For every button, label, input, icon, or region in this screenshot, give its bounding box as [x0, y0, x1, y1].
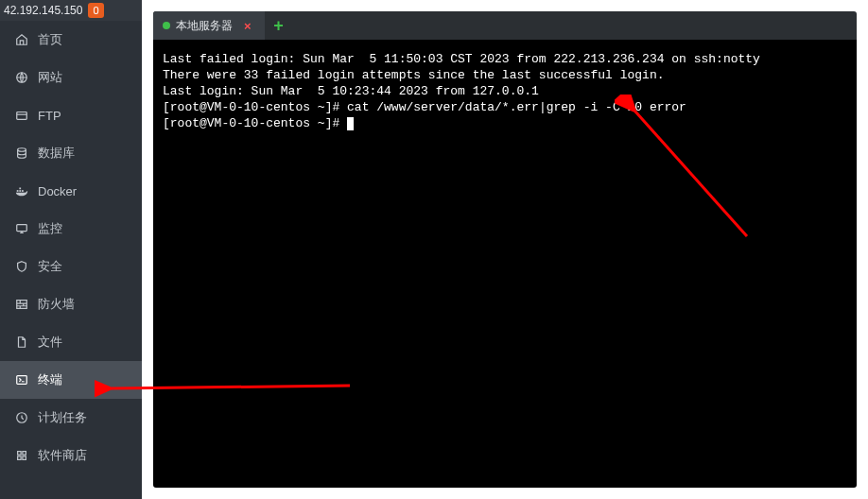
globe-icon: [15, 71, 28, 84]
sidebar-item-security[interactable]: 安全: [0, 248, 142, 285]
sidebar-item-terminal[interactable]: 终端: [0, 361, 142, 399]
sidebar-item-label: 软件商店: [38, 447, 87, 464]
sidebar-item-label: 首页: [38, 31, 62, 48]
store-icon: [15, 449, 28, 462]
svg-rect-8: [17, 301, 27, 309]
sidebar-item-database[interactable]: 数据库: [0, 134, 142, 172]
svg-rect-9: [17, 376, 27, 385]
terminal-prompt: [root@VM-0-10-centos ~]#: [163, 116, 347, 130]
sidebar-item-label: 网站: [38, 69, 62, 86]
sidebar-item-label: 终端: [38, 371, 62, 388]
ftp-icon: [15, 109, 28, 122]
close-icon[interactable]: ×: [244, 20, 252, 32]
sidebar-item-cron[interactable]: 计划任务: [0, 399, 142, 437]
svg-rect-13: [18, 456, 22, 460]
terminal-output[interactable]: Last failed login: Sun Mar 5 11:50:03 CS…: [153, 40, 857, 488]
terminal-cursor: [347, 117, 354, 130]
database-icon: [15, 146, 28, 160]
sidebar-item-label: 计划任务: [38, 409, 87, 426]
sidebar-item-store[interactable]: 软件商店: [0, 437, 142, 474]
sidebar-item-label: 监控: [38, 220, 62, 237]
svg-rect-6: [19, 188, 21, 190]
sidebar-item-docker[interactable]: Docker: [0, 172, 142, 210]
status-dot-icon: [163, 22, 170, 29]
terminal-icon: [15, 373, 28, 387]
alert-badge[interactable]: 0: [88, 3, 103, 18]
docker-icon: [15, 184, 28, 198]
add-tab-button[interactable]: +: [265, 11, 293, 40]
firewall-icon: [15, 298, 28, 311]
svg-rect-5: [22, 190, 24, 192]
monitor-icon: [15, 222, 28, 235]
server-ip: 42.192.145.150: [4, 4, 82, 17]
main-area: 本地服务器 × + Last failed login: Sun Mar 5 1…: [142, 0, 868, 499]
sidebar-item-ftp[interactable]: FTP: [0, 96, 142, 134]
shield-icon: [15, 260, 28, 273]
tab-local-server[interactable]: 本地服务器 ×: [153, 11, 265, 40]
terminal-line: There were 33 failed login attempts sinc…: [163, 68, 665, 82]
svg-rect-3: [17, 190, 19, 192]
files-icon: [15, 336, 28, 349]
sidebar-item-label: 安全: [38, 258, 62, 275]
sidebar-item-label: 数据库: [38, 145, 75, 162]
sidebar-item-files[interactable]: 文件: [0, 323, 142, 361]
sidebar-item-label: 防火墙: [38, 296, 75, 313]
svg-rect-12: [23, 452, 26, 456]
sidebar-item-label: FTP: [38, 109, 61, 123]
sidebar-header: 42.192.145.150 0: [0, 0, 142, 21]
svg-rect-14: [23, 456, 26, 460]
sidebar-item-firewall[interactable]: 防火墙: [0, 285, 142, 323]
sidebar-item-site[interactable]: 网站: [0, 59, 142, 96]
sidebar: 42.192.145.150 0 首页 网站 FTP 数据库 Docker: [0, 0, 142, 499]
terminal-line: Last failed login: Sun Mar 5 11:50:03 CS…: [163, 52, 760, 66]
terminal-tabbar: 本地服务器 × +: [153, 11, 857, 40]
terminal-prompt: [root@VM-0-10-centos ~]#: [163, 100, 347, 114]
terminal-line: Last login: Sun Mar 5 10:23:44 2023 from…: [163, 84, 539, 98]
home-icon: [15, 33, 28, 46]
svg-rect-1: [17, 112, 27, 120]
sidebar-item-home[interactable]: 首页: [0, 21, 142, 59]
svg-rect-4: [19, 190, 21, 192]
svg-rect-11: [18, 452, 22, 456]
sidebar-item-label: Docker: [38, 184, 77, 198]
terminal-command: cat /www/server/data/*.err|grep -i -C 10…: [347, 100, 686, 114]
svg-rect-7: [17, 225, 27, 232]
sidebar-item-monitor[interactable]: 监控: [0, 210, 142, 248]
tab-label: 本地服务器: [176, 18, 233, 34]
sidebar-item-label: 文件: [38, 334, 62, 351]
cron-icon: [15, 411, 28, 424]
svg-point-2: [18, 148, 26, 152]
